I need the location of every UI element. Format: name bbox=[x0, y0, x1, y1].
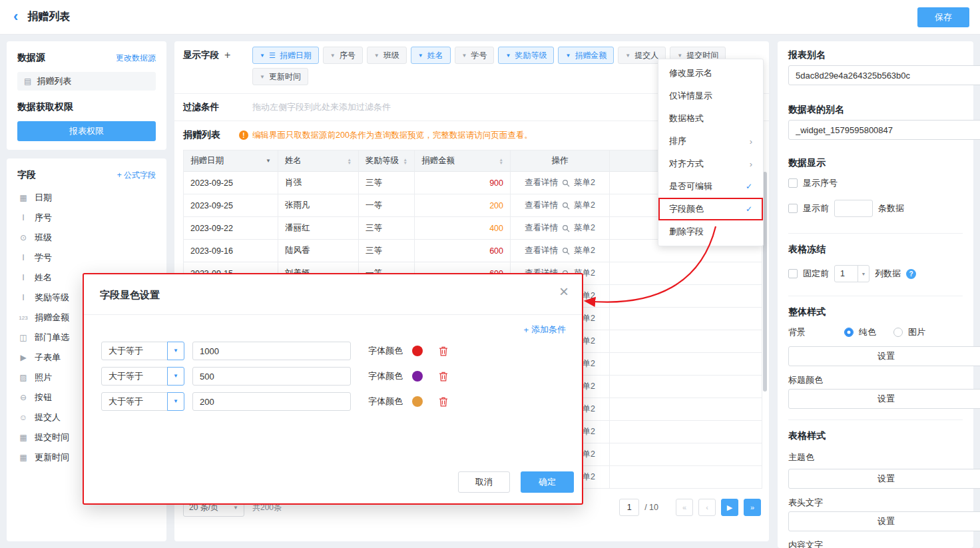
menu-item-data-format[interactable]: 数据格式 bbox=[658, 107, 763, 130]
save-button[interactable]: 保存 bbox=[917, 7, 969, 27]
sort-icon[interactable]: ▲▼ bbox=[499, 158, 503, 164]
header-award-level[interactable]: 奖励等级▲▼ bbox=[359, 150, 415, 172]
confirm-button[interactable]: 确定 bbox=[521, 471, 574, 493]
view-detail-link[interactable]: 查看详情 bbox=[525, 200, 558, 211]
text-icon: Ⅰ bbox=[17, 273, 29, 282]
field-chip-class[interactable]: ▼班级 bbox=[367, 47, 407, 64]
view-detail-link[interactable]: 查看详情 bbox=[525, 177, 558, 188]
header-label: 捐赠日期 bbox=[190, 155, 224, 166]
color-swatch[interactable] bbox=[412, 346, 423, 356]
operator-select[interactable]: 大于等于 ▼ bbox=[101, 392, 184, 411]
datetime-icon: ▦ bbox=[17, 433, 29, 442]
field-item-serial[interactable]: Ⅰ序号 bbox=[17, 208, 156, 228]
add-condition-link[interactable]: + 添加条件 bbox=[523, 324, 566, 336]
report-alias-label: 报表别名 bbox=[788, 49, 963, 61]
title-color-setting-button[interactable]: 设置 bbox=[788, 389, 980, 409]
cancel-button[interactable]: 取消 bbox=[458, 471, 510, 493]
menu2-link[interactable]: 菜单2 bbox=[574, 177, 595, 188]
menu-item-detail-only[interactable]: 仅详情显示 bbox=[658, 85, 763, 107]
chevron-down-icon[interactable]: ▼ bbox=[167, 392, 184, 411]
threshold-input[interactable] bbox=[192, 367, 351, 386]
threshold-input[interactable] bbox=[192, 342, 351, 360]
bg-solid-radio[interactable] bbox=[844, 328, 854, 337]
field-label: 子表单 bbox=[35, 352, 61, 364]
show-first-count-input[interactable] bbox=[834, 200, 873, 217]
menu2-link[interactable]: 菜单2 bbox=[574, 200, 595, 211]
change-datasource-link[interactable]: 更改数据源 bbox=[116, 53, 156, 64]
close-icon[interactable]: × bbox=[559, 282, 569, 301]
fields-title: 字段 bbox=[17, 169, 36, 181]
magnifier-icon[interactable] bbox=[562, 179, 570, 187]
prev-page-button[interactable]: ‹ bbox=[698, 499, 716, 516]
help-icon[interactable]: ? bbox=[906, 269, 916, 279]
menu-item-field-color[interactable]: 字段颜色✓ bbox=[658, 198, 763, 220]
field-chip-name[interactable]: ▼姓名 bbox=[411, 47, 451, 64]
formula-field-link[interactable]: + 公式字段 bbox=[117, 170, 156, 181]
trash-icon[interactable] bbox=[439, 397, 448, 407]
last-page-button[interactable]: » bbox=[744, 499, 761, 516]
field-chip-donation-date[interactable]: ▼☰捐赠日期 bbox=[252, 47, 319, 64]
next-page-button[interactable]: ▶ bbox=[721, 499, 738, 516]
freeze-checkbox[interactable] bbox=[788, 269, 798, 278]
menu-item-delete-field[interactable]: 删除字段 bbox=[658, 220, 763, 243]
add-display-field-icon[interactable]: + bbox=[224, 49, 230, 61]
field-chip-donation-amount[interactable]: ▼捐赠金额 bbox=[558, 47, 614, 64]
menu2-link[interactable]: 菜单2 bbox=[574, 245, 595, 256]
magnifier-icon[interactable] bbox=[562, 247, 570, 255]
chip-label: 提交人 bbox=[634, 50, 658, 61]
threshold-input[interactable] bbox=[192, 392, 351, 411]
chevron-down-icon[interactable]: ▼ bbox=[167, 342, 184, 360]
header-donation-amount[interactable]: 捐赠金额▲▼ bbox=[415, 150, 511, 172]
show-first-checkbox[interactable] bbox=[788, 204, 798, 213]
field-chip-student-no[interactable]: ▼学号 bbox=[455, 47, 495, 64]
magnifier-icon[interactable] bbox=[562, 224, 570, 232]
magnifier-icon[interactable] bbox=[562, 202, 570, 210]
header-donation-date[interactable]: 捐赠日期▼ bbox=[184, 150, 278, 172]
menu-item-editable[interactable]: 是否可编辑✓ bbox=[658, 175, 763, 198]
bg-image-radio[interactable] bbox=[893, 328, 903, 337]
view-detail-link[interactable]: 查看详情 bbox=[525, 245, 558, 256]
menu-item-rename[interactable]: 修改显示名 bbox=[658, 62, 763, 85]
freeze-count-select[interactable]: 1 ▼ bbox=[834, 265, 869, 282]
trash-icon[interactable] bbox=[439, 372, 448, 382]
field-item-student-no[interactable]: Ⅰ学号 bbox=[17, 248, 156, 268]
page-number-input[interactable] bbox=[619, 499, 639, 516]
sort-icon[interactable]: ▲▼ bbox=[348, 158, 352, 164]
bg-solid-label: 纯色 bbox=[859, 326, 876, 338]
field-chip-award-level[interactable]: ▼奖励等级 bbox=[498, 47, 554, 64]
cell-amount: 600 bbox=[415, 240, 511, 262]
background-setting-button[interactable]: 设置 bbox=[788, 346, 980, 366]
datasource-panel: 数据源 更改数据源 ▤ 捐赠列表 数据获取权限 报表权限 bbox=[7, 41, 166, 150]
operator-select[interactable]: 大于等于 ▼ bbox=[101, 342, 184, 360]
back-icon[interactable]: ‹ bbox=[13, 8, 18, 25]
sort-icon[interactable]: ▲▼ bbox=[403, 158, 407, 164]
header-text-setting-button[interactable]: 设置 bbox=[788, 511, 980, 531]
menu-item-align[interactable]: 对齐方式› bbox=[658, 152, 763, 175]
filter-caret-icon[interactable]: ▼ bbox=[266, 158, 271, 164]
freeze-prefix: 固定前 bbox=[803, 268, 829, 280]
field-item-class[interactable]: ⊙班级 bbox=[17, 228, 156, 248]
table-alias-input[interactable] bbox=[788, 120, 980, 140]
menu2-link[interactable]: 菜单2 bbox=[574, 222, 595, 234]
header-name[interactable]: 姓名▲▼ bbox=[278, 150, 359, 172]
cell-empty bbox=[610, 262, 762, 285]
report-permission-button[interactable]: 报表权限 bbox=[17, 121, 156, 141]
color-swatch[interactable] bbox=[412, 396, 423, 407]
field-chip-update-time[interactable]: ▼更新时间 bbox=[252, 68, 308, 85]
menu-item-sort[interactable]: 排序› bbox=[658, 130, 763, 152]
datasource-item[interactable]: ▤ 捐赠列表 bbox=[17, 72, 156, 91]
show-index-checkbox[interactable] bbox=[788, 178, 798, 188]
report-alias-input[interactable] bbox=[788, 65, 980, 85]
first-page-button[interactable]: « bbox=[676, 499, 693, 516]
color-swatch[interactable] bbox=[412, 371, 423, 382]
chevron-down-icon[interactable]: ▼ bbox=[167, 367, 184, 386]
text-icon: Ⅰ bbox=[17, 253, 29, 262]
trash-icon[interactable] bbox=[439, 346, 448, 356]
field-chip-serial[interactable]: ▼序号 bbox=[323, 47, 363, 64]
operator-select[interactable]: 大于等于 ▼ bbox=[101, 367, 184, 386]
page-title: 捐赠列表 bbox=[27, 10, 70, 24]
view-detail-link[interactable]: 查看详情 bbox=[525, 222, 558, 234]
filter-dropzone[interactable]: 拖动左侧字段到此处来添加过滤条件 bbox=[252, 101, 391, 113]
theme-setting-button[interactable]: 设置 bbox=[788, 469, 980, 489]
field-item-date[interactable]: ▦日期 bbox=[17, 188, 156, 208]
